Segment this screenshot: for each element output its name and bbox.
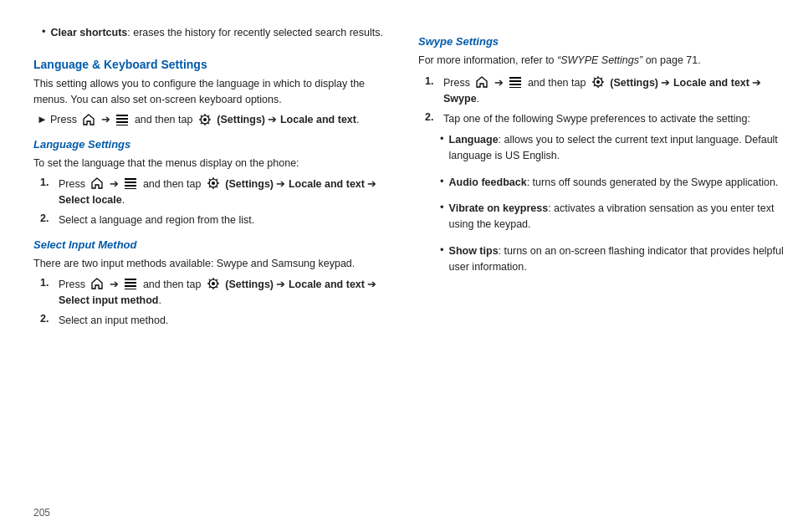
- svg-line-13: [201, 122, 202, 124]
- svg-line-26: [216, 179, 217, 181]
- lang-step2-num: 2.: [40, 212, 59, 224]
- swype-bullet-showtips: Show tips: turns on an on-screen flashin…: [437, 243, 798, 282]
- svg-line-55: [594, 85, 596, 87]
- lang-step1-num: 1.: [40, 176, 59, 188]
- menu-icon-2: [123, 176, 138, 191]
- input-step2-num: 2.: [40, 313, 59, 325]
- input-step2-content: Select an input method.: [59, 313, 385, 329]
- swype-intro: For more information, refer to “SWYPE Se…: [418, 53, 798, 69]
- home-icon-4: [474, 74, 489, 90]
- swype-bullets: Language: allows you to select the curre…: [437, 132, 798, 281]
- svg-rect-16: [125, 185, 136, 187]
- lang-step2: 2. Select a language and region from the…: [40, 212, 385, 228]
- home-icon-2: [90, 176, 105, 191]
- menu-icon-3: [123, 276, 138, 291]
- right-column: Swype Settings For more information, ref…: [410, 25, 798, 515]
- language-settings-steps: 1. Press ➔: [40, 176, 385, 228]
- svg-point-5: [203, 118, 207, 121]
- svg-rect-14: [125, 178, 136, 180]
- svg-rect-42: [509, 77, 521, 79]
- svg-rect-43: [509, 80, 521, 82]
- svg-point-33: [212, 282, 215, 285]
- svg-rect-15: [125, 182, 136, 183]
- settings-icon-2: [206, 176, 221, 191]
- clear-shortcuts-text: Clear shortcuts: erases the history for …: [51, 25, 383, 41]
- svg-line-38: [209, 279, 211, 281]
- arrow-settings-label: (Settings) ➔ Locale and text.: [217, 114, 359, 125]
- home-icon: [81, 112, 96, 127]
- swype-step2-content: Tap one of the following Swype preferenc…: [443, 111, 798, 127]
- language-settings-title: Language Settings: [33, 138, 385, 151]
- svg-line-11: [207, 122, 209, 124]
- swype-step1-num: 1.: [425, 75, 443, 87]
- menu-icon-4: [508, 74, 523, 90]
- svg-line-12: [207, 115, 209, 117]
- clear-shortcuts-body: : erases the history for recently select…: [127, 27, 383, 38]
- svg-line-53: [601, 85, 602, 87]
- swype-intro-text: For more information, refer to: [418, 54, 555, 66]
- select-input-body: There are two input methods available: S…: [33, 256, 385, 272]
- settings-icon-3: [206, 276, 221, 291]
- svg-point-47: [596, 80, 600, 84]
- settings-icon: [197, 112, 212, 127]
- input-step2: 2. Select an input method.: [40, 313, 385, 329]
- svg-line-10: [201, 115, 202, 117]
- page-number: 205: [33, 507, 50, 519]
- swype-step2-num: 2.: [425, 111, 443, 123]
- lang-step2-content: Select a language and region from the li…: [59, 212, 385, 228]
- swype-bullet-language: Language: allows you to select the curre…: [437, 132, 798, 171]
- page-content: Clear shortcuts: erases the history for …: [0, 0, 798, 532]
- select-input-title: Select Input Method: [33, 238, 385, 251]
- svg-rect-30: [125, 285, 136, 287]
- svg-rect-44: [509, 84, 521, 85]
- svg-line-52: [594, 78, 596, 79]
- lang-step1: 1. Press ➔: [40, 176, 385, 208]
- input-step1-num: 1.: [40, 277, 59, 289]
- home-icon-3: [90, 276, 105, 291]
- arrow-then-tap: and then tap: [135, 114, 196, 125]
- arrow-marker-icon: ►: [37, 113, 50, 125]
- left-column: Clear shortcuts: erases the history for …: [33, 25, 410, 515]
- swype-bullet-audio: Audio feedback: turns off sounds generat…: [437, 175, 798, 197]
- language-keyboard-body: This setting allows you to configure the…: [33, 76, 385, 108]
- settings-icon-4: [591, 74, 606, 90]
- svg-line-41: [209, 287, 211, 289]
- clear-shortcuts-bullet: Clear shortcuts: erases the history for …: [33, 25, 385, 46]
- svg-line-39: [216, 287, 217, 289]
- svg-rect-1: [116, 118, 128, 120]
- swype-settings-title: Swype Settings: [418, 35, 798, 48]
- swype-step2: 2. Tap one of the following Swype prefer…: [425, 111, 798, 127]
- swype-step1: 1. Press ➔: [425, 75, 798, 107]
- svg-rect-2: [116, 121, 128, 123]
- svg-line-24: [209, 179, 211, 181]
- svg-rect-3: [116, 125, 128, 125]
- svg-rect-45: [509, 87, 521, 88]
- input-step1-content: Press ➔: [59, 277, 385, 309]
- svg-rect-29: [125, 282, 136, 284]
- swype-intro-end: on page 71.: [646, 54, 701, 66]
- swype-steps: 1. Press ➔: [425, 75, 798, 127]
- menu-icon: [115, 112, 130, 127]
- swype-intro-italic: “SWYPE Settings”: [557, 54, 642, 66]
- swype-step1-content: Press ➔: [443, 75, 798, 107]
- swype-bullet-vibrate: Vibrate on keypress: activates a vibrati…: [437, 201, 798, 239]
- svg-rect-31: [125, 289, 136, 289]
- svg-line-40: [216, 279, 217, 281]
- svg-line-25: [216, 187, 217, 188]
- svg-rect-28: [125, 279, 136, 280]
- svg-rect-17: [125, 188, 136, 189]
- arrow-step-content: Press ➔ and then tap: [50, 112, 385, 128]
- svg-rect-0: [116, 115, 128, 116]
- svg-point-19: [212, 182, 215, 185]
- arrow-press-text: Press: [50, 114, 79, 125]
- lang-step1-content: Press ➔: [59, 176, 385, 208]
- select-input-steps: 1. Press ➔: [40, 277, 385, 329]
- svg-line-54: [601, 78, 602, 79]
- arrow-step: ► Press ➔ and then t: [37, 112, 385, 128]
- language-keyboard-title: Language & Keyboard Settings: [33, 58, 385, 71]
- clear-shortcuts-bold: Clear shortcuts: [51, 27, 128, 38]
- arrow-arrow1: ➔: [101, 114, 113, 125]
- language-settings-body: To set the language that the menus displ…: [33, 156, 385, 171]
- svg-line-27: [209, 187, 211, 188]
- input-step1: 1. Press ➔: [40, 277, 385, 309]
